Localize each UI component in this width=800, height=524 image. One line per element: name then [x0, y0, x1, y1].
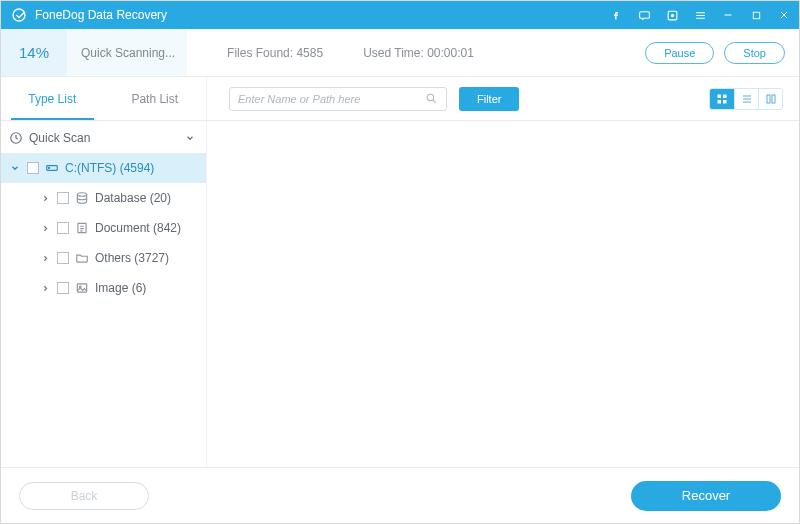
checkbox[interactable] — [57, 222, 69, 234]
chevron-down-icon[interactable] — [9, 163, 21, 173]
svg-point-14 — [49, 167, 50, 168]
tree-drive[interactable]: C:(NTFS) (4594) — [1, 153, 206, 183]
chevron-right-icon[interactable] — [39, 254, 51, 263]
tab-path-list[interactable]: Path List — [104, 77, 207, 120]
footer: Back Recover — [1, 467, 799, 523]
chevron-right-icon[interactable] — [39, 194, 51, 203]
scan-status-row: 14% Quick Scanning... Files Found: 4585 … — [1, 29, 799, 77]
tree-item-document[interactable]: Document (842) — [1, 213, 206, 243]
maximize-icon[interactable] — [749, 8, 763, 22]
menu-icon[interactable] — [693, 8, 707, 22]
facebook-icon[interactable] — [609, 8, 623, 22]
settings-icon[interactable] — [665, 8, 679, 22]
svg-rect-1 — [639, 11, 649, 17]
tree-item-others[interactable]: Others (3727) — [1, 243, 206, 273]
tree-item-label: Database (20) — [95, 191, 171, 205]
tree-root-label: Quick Scan — [29, 131, 90, 145]
content-area — [207, 121, 799, 467]
svg-rect-4 — [753, 12, 759, 18]
checkbox[interactable] — [57, 252, 69, 264]
chevron-down-icon[interactable] — [184, 133, 196, 143]
back-button[interactable]: Back — [19, 482, 149, 510]
pause-button[interactable]: Pause — [645, 42, 714, 64]
svg-rect-9 — [723, 100, 727, 104]
checkbox[interactable] — [27, 162, 39, 174]
svg-point-5 — [427, 94, 434, 101]
body: Quick Scan C:(NTFS) (4594) Database (20)… — [1, 121, 799, 467]
database-icon — [75, 191, 89, 205]
app-logo-icon — [11, 7, 27, 23]
svg-point-0 — [13, 9, 25, 21]
tree-item-image[interactable]: Image (6) — [1, 273, 206, 303]
tree-root[interactable]: Quick Scan — [1, 123, 206, 153]
tree-item-label: Others (3727) — [95, 251, 169, 265]
folder-icon — [75, 251, 89, 265]
view-list-icon[interactable] — [734, 89, 758, 109]
svg-point-15 — [77, 193, 86, 197]
tree-item-label: Image (6) — [95, 281, 146, 295]
close-icon[interactable] — [777, 8, 791, 22]
scan-label: Quick Scanning... — [67, 29, 187, 76]
svg-point-3 — [671, 14, 673, 16]
feedback-icon[interactable] — [637, 8, 651, 22]
svg-rect-17 — [77, 284, 86, 292]
app-title: FoneDog Data Recovery — [35, 8, 609, 22]
scan-percent: 14% — [1, 29, 67, 76]
svg-rect-6 — [718, 94, 722, 98]
search-input-wrap[interactable] — [229, 87, 447, 111]
titlebar: FoneDog Data Recovery — [1, 1, 799, 29]
stop-button[interactable]: Stop — [724, 42, 785, 64]
document-icon — [75, 221, 89, 235]
files-found: Files Found: 4585 — [227, 46, 323, 60]
search-icon — [425, 92, 438, 105]
view-grid-icon[interactable] — [710, 89, 734, 109]
toolbar: Type List Path List Filter — [1, 77, 799, 121]
svg-rect-8 — [718, 100, 722, 104]
clock-icon — [9, 131, 23, 145]
drive-icon — [45, 161, 59, 175]
view-detail-icon[interactable] — [758, 89, 782, 109]
svg-rect-7 — [723, 94, 727, 98]
chevron-right-icon[interactable] — [39, 284, 51, 293]
filter-button[interactable]: Filter — [459, 87, 519, 111]
window-controls — [609, 8, 791, 22]
tree-drive-label: C:(NTFS) (4594) — [65, 161, 154, 175]
tree-item-database[interactable]: Database (20) — [1, 183, 206, 213]
search-input[interactable] — [238, 93, 425, 105]
chevron-right-icon[interactable] — [39, 224, 51, 233]
used-time: Used Time: 00:00:01 — [363, 46, 474, 60]
checkbox[interactable] — [57, 282, 69, 294]
recover-button[interactable]: Recover — [631, 481, 781, 511]
view-toggle — [709, 88, 783, 110]
svg-rect-11 — [772, 95, 775, 103]
svg-rect-10 — [767, 95, 770, 103]
list-tabs: Type List Path List — [1, 77, 207, 120]
tab-type-list[interactable]: Type List — [1, 77, 104, 120]
image-icon — [75, 281, 89, 295]
minimize-icon[interactable] — [721, 8, 735, 22]
tree-item-label: Document (842) — [95, 221, 181, 235]
checkbox[interactable] — [57, 192, 69, 204]
sidebar: Quick Scan C:(NTFS) (4594) Database (20)… — [1, 121, 207, 467]
